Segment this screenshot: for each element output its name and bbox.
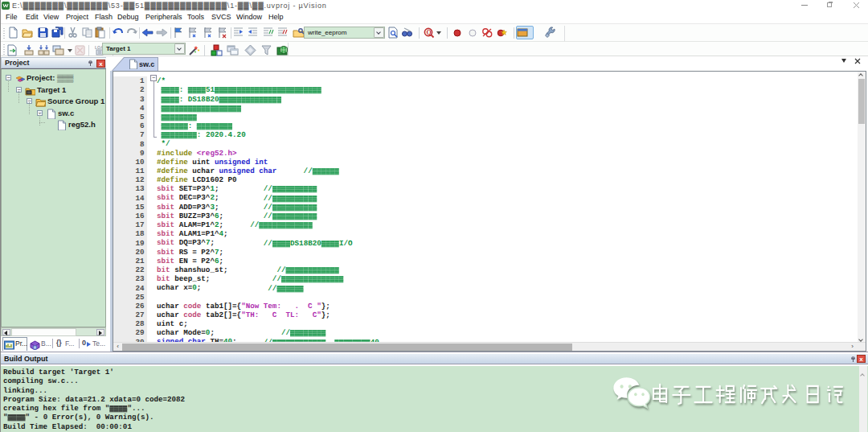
svg-text:Q: Q (427, 29, 432, 36)
